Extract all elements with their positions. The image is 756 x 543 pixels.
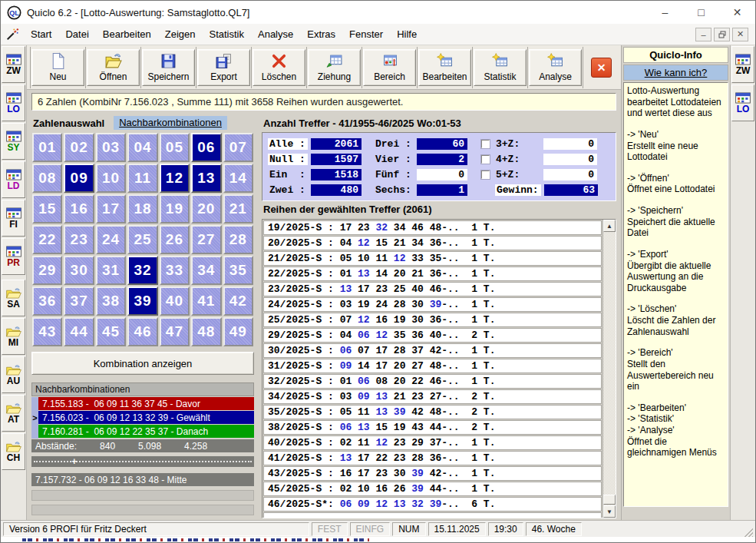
minimize-button[interactable]: – <box>647 1 683 24</box>
number-cell-24[interactable]: 24 <box>96 225 126 254</box>
number-cell-22[interactable]: 22 <box>32 225 62 254</box>
toolbar-button-ziehung[interactable]: Ziehung <box>308 49 361 86</box>
number-cell-11[interactable]: 11 <box>127 164 157 193</box>
menu-item-statistik[interactable]: Statistik <box>202 25 251 43</box>
number-cell-07[interactable]: 07 <box>223 133 253 162</box>
number-cell-44[interactable]: 44 <box>64 317 94 346</box>
menu-item-bearbeiten[interactable]: Bearbeiten <box>96 25 158 43</box>
sidebar-tab-fi[interactable]: FI <box>2 200 25 237</box>
sidebar-tab-lo[interactable]: LO <box>731 84 754 121</box>
scrollbar-track[interactable] <box>603 232 616 505</box>
number-cell-17[interactable]: 17 <box>96 194 126 223</box>
list-item[interactable]: 24/2025-S : 03 19 24 28 30 39-.. 1 T. <box>263 297 602 312</box>
checkbox-4-z-[interactable] <box>481 155 490 164</box>
menu-item-fenster[interactable]: Fenster <box>342 25 390 43</box>
checkbox-5-z-[interactable] <box>481 171 490 179</box>
menu-item-analyse[interactable]: Analyse <box>251 25 300 43</box>
number-cell-36[interactable]: 36 <box>32 286 62 316</box>
number-cell-14[interactable]: 14 <box>223 164 253 193</box>
list-item[interactable]: 38/2025-S : 06 13 15 19 43 44-.. 2 T. <box>263 420 602 435</box>
menu-item-extras[interactable]: Extras <box>300 25 342 43</box>
menu-item-zeigen[interactable]: Zeigen <box>158 25 203 43</box>
sidebar-tab-au[interactable]: AU <box>2 356 25 393</box>
list-item[interactable]: 32/2025-S : 01 06 08 20 22 46-.. 1 T. <box>263 374 602 389</box>
number-cell-05[interactable]: 05 <box>160 133 190 162</box>
toolbar-close-button[interactable]: ✕ <box>591 58 612 78</box>
number-cell-48[interactable]: 48 <box>191 317 221 346</box>
list-item[interactable]: 31/2025-S : 09 14 17 20 27 48-.. 1 T. <box>263 359 602 373</box>
close-button[interactable]: ✕ <box>719 1 755 24</box>
number-cell-03[interactable]: 03 <box>96 133 126 162</box>
list-item[interactable]: 21/2025-S : 05 10 11 12 33 35-.. 1 T. <box>263 251 602 266</box>
toolbar-button-analyse[interactable]: Analyse <box>529 49 582 86</box>
number-cell-08[interactable]: 08 <box>32 164 62 193</box>
neighbor-combination-row[interactable]: 7.155.183 - 06 09 11 36 37 45 - Davor <box>38 397 254 410</box>
number-cell-37[interactable]: 37 <box>64 286 94 316</box>
show-combination-button[interactable]: Kombination anzeigen <box>31 352 254 375</box>
menu-item-datei[interactable]: Datei <box>58 25 95 43</box>
sidebar-tab-pr[interactable]: PR <box>2 238 25 275</box>
number-cell-41[interactable]: 41 <box>191 286 221 316</box>
number-cell-19[interactable]: 19 <box>160 194 190 223</box>
list-item[interactable]: 29/2025-S : 04 06 12 35 36 40-.. 2 T. <box>263 328 602 343</box>
list-item[interactable]: 25/2025-S : 07 12 16 19 30 36-.. 1 T. <box>263 313 602 327</box>
sidebar-tab-zw[interactable]: ZW <box>731 46 754 83</box>
number-cell-04[interactable]: 04 <box>127 133 157 162</box>
number-cell-32[interactable]: 32 <box>127 256 157 285</box>
list-item[interactable]: 30/2025-S : 06 07 17 28 37 42-.. 1 T. <box>263 343 602 358</box>
number-cell-34[interactable]: 34 <box>191 256 221 285</box>
middle-combination-row[interactable]: 7.157.732 - 06 09 12 16 33 48 - Mitte <box>31 473 254 486</box>
list-item[interactable]: 40/2025-S : 02 11 12 23 29 37-.. 1 T. <box>263 435 602 450</box>
neighbor-combination-row[interactable]: 7.156.023 - 06 09 12 13 32 39 - Gewählt <box>38 411 254 424</box>
number-cell-23[interactable]: 23 <box>64 225 94 254</box>
number-cell-13[interactable]: 13 <box>191 164 221 193</box>
menu-item-hilfe[interactable]: Hilfe <box>390 25 424 43</box>
list-item[interactable]: 46/2025-S*: 06 09 12 13 32 39-.. 6 T. <box>263 497 602 512</box>
number-cell-01[interactable]: 01 <box>32 133 62 162</box>
sidebar-tab-sa[interactable]: SA <box>2 280 25 316</box>
list-item[interactable]: 45/2025-S : 02 10 16 26 39 44-.. 1 T. <box>263 482 602 496</box>
neighbor-combinations-link[interactable]: Nachbarkombinationen <box>114 116 227 130</box>
mdi-close-button[interactable]: ✕ <box>732 28 748 41</box>
number-cell-46[interactable]: 46 <box>127 317 157 346</box>
number-cell-28[interactable]: 28 <box>223 225 253 254</box>
sidebar-tab-at[interactable]: AT <box>2 395 25 432</box>
number-cell-12[interactable]: 12 <box>160 164 190 193</box>
mdi-minimize-button[interactable]: – <box>695 28 711 41</box>
sidebar-tab-ld[interactable]: LD <box>2 161 25 198</box>
list-item[interactable]: 35/2025-S : 05 11 13 39 42 48-.. 2 T. <box>263 405 602 419</box>
toolbar-button-statistik[interactable]: Statistik <box>474 49 527 86</box>
number-cell-42[interactable]: 42 <box>223 286 253 316</box>
number-cell-06[interactable]: 06 <box>191 133 221 162</box>
sidebar-tab-ch[interactable]: CH <box>2 433 25 470</box>
sidebar-tab-mi[interactable]: MI <box>2 318 25 355</box>
list-item[interactable]: 22/2025-S : 01 13 14 20 21 36-.. 1 T. <box>263 267 602 281</box>
number-cell-49[interactable]: 49 <box>223 317 253 346</box>
maximize-button[interactable]: □ <box>683 1 719 24</box>
toolbar-button-bearbeiten[interactable]: Bearbeiten <box>418 49 471 86</box>
number-cell-45[interactable]: 45 <box>96 317 126 346</box>
number-cell-30[interactable]: 30 <box>64 256 94 285</box>
number-cell-29[interactable]: 29 <box>32 256 62 285</box>
list-item[interactable]: 23/2025-S : 13 17 23 25 40 46-.. 1 T. <box>263 282 602 296</box>
sidebar-tab-zw[interactable]: ZW <box>2 46 25 83</box>
sidebar-tab-lo[interactable]: LO <box>2 84 25 121</box>
number-cell-26[interactable]: 26 <box>160 225 190 254</box>
number-cell-02[interactable]: 02 <box>64 133 94 162</box>
number-cell-31[interactable]: 31 <box>96 256 126 285</box>
toolbar-button--ffnen[interactable]: Öffnen <box>87 49 140 86</box>
number-cell-39[interactable]: 39 <box>127 286 157 316</box>
number-cell-15[interactable]: 15 <box>32 194 62 223</box>
list-item[interactable]: 41/2025-S : 13 17 22 23 28 36-.. 1 T. <box>263 451 602 465</box>
number-cell-20[interactable]: 20 <box>191 194 221 223</box>
list-item[interactable]: 34/2025-S : 03 09 13 21 23 27-.. 2 T. <box>263 389 602 404</box>
mdi-restore-button[interactable] <box>714 28 730 41</box>
list-item[interactable]: 20/2025-S : 04 12 15 21 34 36-.. 1 T. <box>263 236 602 250</box>
number-cell-10[interactable]: 10 <box>96 164 126 193</box>
number-cell-38[interactable]: 38 <box>96 286 126 316</box>
number-cell-35[interactable]: 35 <box>223 256 253 285</box>
list-item[interactable]: 43/2025-S : 16 17 23 30 39 42-.. 1 T. <box>263 466 602 481</box>
scroll-up-button[interactable]: ▲ <box>603 220 616 232</box>
scroll-down-button[interactable]: ▼ <box>603 505 616 518</box>
number-cell-47[interactable]: 47 <box>160 317 190 346</box>
